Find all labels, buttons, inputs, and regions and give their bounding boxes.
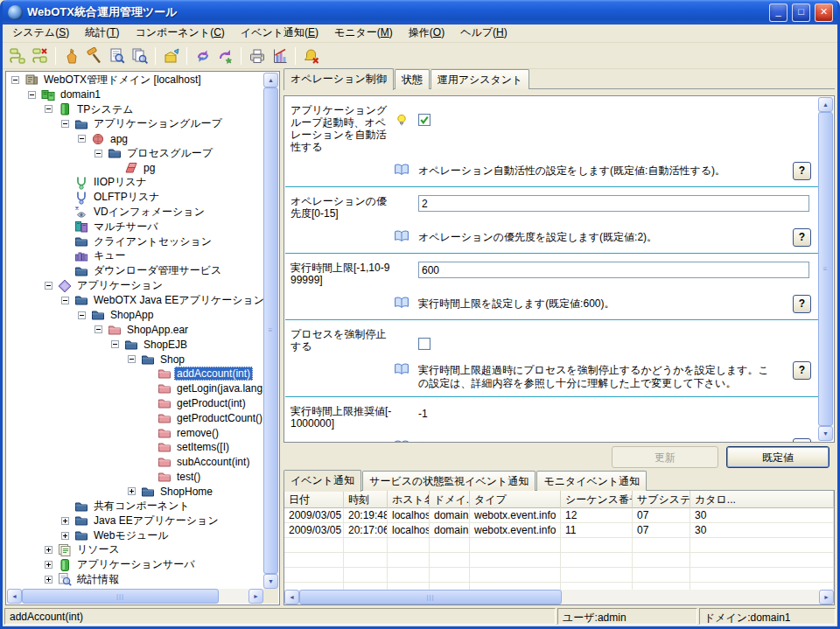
tree-node[interactable]: TPシステム (7, 102, 263, 117)
tree-node-label[interactable]: WebOTX Java EEアプリケーション (91, 292, 263, 309)
tree-node[interactable]: ShopApp (7, 308, 263, 323)
column-header[interactable]: 時刻 (344, 491, 388, 508)
tree-node[interactable]: キュー (7, 249, 263, 264)
tree-node[interactable]: ShopEJB (7, 337, 263, 352)
tree-node[interactable]: setItems([I) (7, 440, 263, 455)
tree-node[interactable]: アプリケーショングループ (7, 116, 263, 131)
tree-vertical-scrollbar[interactable]: ▲ ≡ ▼ (263, 73, 278, 589)
collapse-icon[interactable] (61, 120, 69, 128)
expand-icon[interactable] (45, 576, 52, 584)
field-input[interactable] (418, 195, 809, 212)
expand-icon[interactable] (61, 517, 69, 525)
expand-icon[interactable] (45, 561, 52, 569)
tree-node[interactable]: クライアントセッション (7, 234, 263, 249)
tree-node-label[interactable]: ShopApp.ear (124, 323, 191, 337)
menu-item-e[interactable]: イベント通知(E) (233, 24, 326, 43)
field-checkbox[interactable] (418, 338, 430, 350)
tree-node-label[interactable]: apg (108, 132, 130, 146)
tree-node[interactable]: Shop (7, 352, 263, 367)
collapse-icon[interactable] (78, 311, 86, 319)
tree-node-label[interactable]: アプリケーショングループ (91, 115, 225, 132)
tree-node-label[interactable]: domain1 (58, 87, 103, 101)
column-header[interactable]: シーケンス番号 (561, 491, 633, 508)
tree-node-label[interactable]: getLogin(java.lang.S (174, 381, 263, 395)
menu-item-s[interactable]: システム(S) (4, 24, 77, 43)
scroll-up-icon[interactable]: ▲ (818, 97, 833, 112)
tree-node[interactable]: アプリケーションサーバ (7, 557, 263, 572)
collapse-icon[interactable] (11, 76, 19, 84)
table-hscroll-thumb[interactable]: ||| (299, 590, 562, 605)
tree-node[interactable]: getProductCount() (7, 410, 263, 425)
connect-button[interactable] (6, 45, 28, 66)
tree-node[interactable]: test() (7, 470, 263, 485)
tree-node[interactable]: Webモジュール (7, 528, 263, 543)
tree-vscroll-thumb[interactable]: ≡ (263, 87, 278, 574)
column-header[interactable]: サブシステ... (633, 491, 690, 508)
update-button[interactable]: 更新 (612, 446, 718, 468)
menu-item-h[interactable]: ヘルプ(H) (452, 24, 515, 43)
tree-node[interactable]: OLFTPリスナ (7, 190, 263, 205)
tree-node[interactable]: 共有コンポーネント (7, 499, 263, 514)
collapse-icon[interactable] (45, 105, 52, 113)
maximize-button[interactable]: □ (792, 3, 810, 22)
view-doc-button[interactable] (106, 45, 128, 66)
scroll-up-icon[interactable]: ▲ (263, 73, 278, 87)
collapse-icon[interactable] (61, 297, 69, 304)
help-button[interactable]: ? (793, 162, 811, 180)
tree-node[interactable]: getLogin(java.lang.S (7, 381, 263, 396)
collapse-icon[interactable] (128, 355, 136, 363)
chart-button[interactable] (269, 45, 290, 66)
tree-node-label[interactable]: pg (141, 161, 158, 175)
tree-node[interactable]: WebOTX管理ドメイン [localhost] (7, 73, 263, 87)
refresh-button[interactable] (192, 45, 214, 66)
form-vertical-scrollbar[interactable]: ▲ ≡ ▼ (818, 97, 833, 441)
tree-node[interactable]: pg (7, 161, 263, 176)
tree-node-label[interactable]: プロセスグループ (124, 145, 215, 162)
tree-node[interactable]: WebOTX Java EEアプリケーション (7, 293, 263, 308)
tree-node-label[interactable]: getProductCount() (174, 411, 263, 425)
tree-node[interactable]: プロセスグループ (7, 146, 263, 161)
help-button[interactable]: ? (793, 438, 811, 442)
menu-item-m[interactable]: モニター(M) (326, 24, 401, 43)
menu-item-t[interactable]: 統計(T) (77, 24, 127, 43)
tree-node[interactable]: ShopHome (7, 484, 263, 499)
printer-button[interactable] (246, 45, 268, 66)
scroll-left-icon[interactable]: ◄ (284, 590, 299, 605)
tree-node[interactable]: リソース (7, 543, 263, 558)
column-header[interactable]: ドメイ... (430, 491, 470, 508)
tree-node[interactable]: apg (7, 131, 263, 146)
column-header[interactable]: カタロ... (690, 491, 834, 508)
tree-node[interactable]: 統計情報 (7, 572, 263, 587)
tree-node-label[interactable]: subAccount(int) (174, 455, 252, 469)
tree-node-label[interactable]: addAccount(int) (174, 367, 253, 381)
tree-node-label[interactable]: Shop (158, 353, 187, 367)
menu-item-o[interactable]: 操作(O) (401, 24, 452, 43)
refresh-new-button[interactable] (214, 45, 236, 66)
tree-node-label[interactable]: ShopHome (158, 485, 215, 499)
help-button[interactable]: ? (793, 361, 811, 380)
tree-horizontal-scrollbar[interactable]: ◄ ||| ► (7, 589, 263, 604)
tree-node[interactable]: マルチサーバ (7, 220, 263, 234)
tree-node[interactable]: ダウンローダ管理サービス (7, 263, 263, 278)
form-vscroll-thumb[interactable]: ≡ (818, 112, 833, 426)
expand-icon[interactable] (128, 487, 136, 495)
field-input[interactable] (418, 262, 809, 278)
tree-node-label[interactable]: ShopEJB (141, 338, 190, 352)
event-tab-1[interactable]: サービスの状態監視イベント通知 (362, 471, 536, 491)
help-button[interactable]: ? (793, 295, 811, 313)
tree-node[interactable]: アプリケーション (7, 278, 263, 293)
column-header[interactable]: ホスト名 (388, 491, 430, 508)
tree-node-label[interactable]: WebOTX管理ドメイン [localhost] (41, 73, 204, 88)
tree-node[interactable]: ShopApp.ear (7, 323, 263, 338)
column-header[interactable]: タイプ (470, 491, 561, 508)
help-button[interactable]: ? (793, 228, 811, 247)
default-value-button[interactable]: 既定値 (726, 446, 830, 468)
package-button[interactable] (160, 45, 182, 66)
scroll-right-icon[interactable]: ► (248, 589, 263, 604)
minimize-button[interactable]: _ (769, 3, 788, 22)
expand-icon[interactable] (61, 532, 69, 540)
build-button[interactable] (83, 45, 105, 66)
collapse-icon[interactable] (94, 325, 102, 333)
event-row[interactable]: 2009/03/0520:17:06localhostdomain1webotx… (284, 523, 834, 538)
tree-node-label[interactable]: getProduct(int) (174, 396, 248, 410)
